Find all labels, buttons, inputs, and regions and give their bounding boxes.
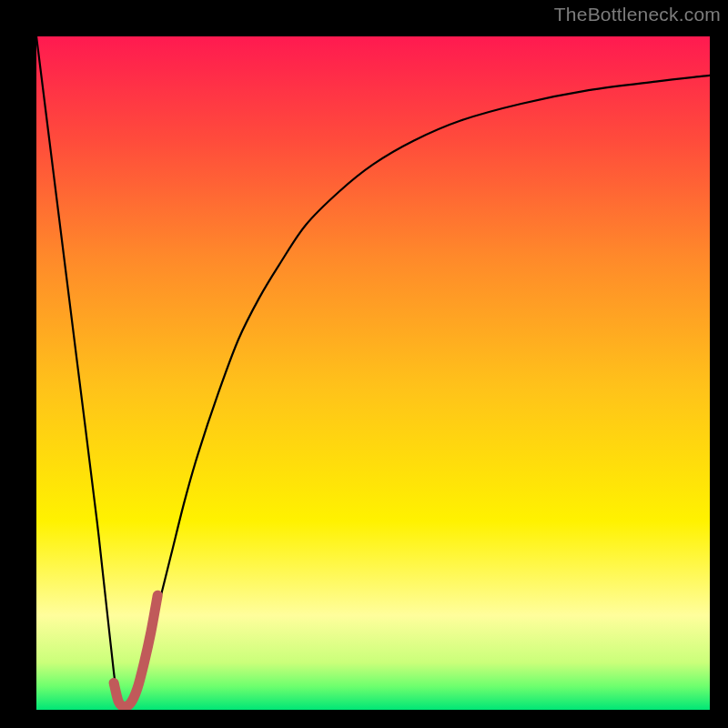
gradient-background — [36, 36, 710, 710]
chart-frame: TheBottleneck.com — [0, 0, 728, 728]
plot-area — [36, 36, 710, 710]
chart-svg — [36, 36, 710, 710]
watermark-label: TheBottleneck.com — [554, 4, 721, 25]
